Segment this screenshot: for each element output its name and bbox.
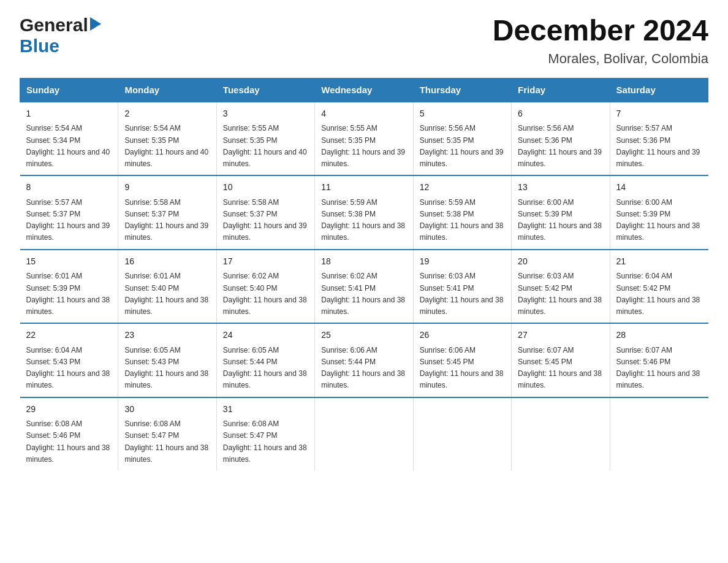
sunrise-label: Sunrise: 5:56 AM bbox=[420, 124, 476, 132]
table-row: 8 Sunrise: 5:57 AM Sunset: 5:37 PM Dayli… bbox=[20, 175, 118, 249]
sunset-label: Sunset: 5:38 PM bbox=[420, 210, 474, 218]
day-number: 31 bbox=[223, 403, 308, 416]
day-number: 5 bbox=[420, 107, 505, 121]
daylight-label: Daylight: 11 hours and 38 minutes. bbox=[26, 369, 110, 389]
day-info: Sunrise: 5:59 AM Sunset: 5:38 PM Dayligh… bbox=[321, 197, 406, 244]
day-info: Sunrise: 6:06 AM Sunset: 5:45 PM Dayligh… bbox=[420, 345, 505, 392]
table-row: 14 Sunrise: 6:00 AM Sunset: 5:39 PM Dayl… bbox=[610, 175, 708, 249]
table-row: 27 Sunrise: 6:07 AM Sunset: 5:45 PM Dayl… bbox=[512, 323, 610, 397]
sunrise-label: Sunrise: 6:01 AM bbox=[124, 272, 180, 280]
day-number: 12 bbox=[420, 181, 505, 194]
day-info: Sunrise: 5:57 AM Sunset: 5:36 PM Dayligh… bbox=[616, 123, 702, 170]
daylight-label: Daylight: 11 hours and 38 minutes. bbox=[518, 296, 602, 316]
table-row: 31 Sunrise: 6:08 AM Sunset: 5:47 PM Dayl… bbox=[216, 397, 314, 470]
daylight-label: Daylight: 11 hours and 39 minutes. bbox=[321, 148, 405, 168]
day-info: Sunrise: 6:07 AM Sunset: 5:46 PM Dayligh… bbox=[616, 345, 702, 392]
sunset-label: Sunset: 5:44 PM bbox=[223, 358, 278, 366]
daylight-label: Daylight: 11 hours and 39 minutes. bbox=[518, 148, 602, 168]
sunrise-label: Sunrise: 5:58 AM bbox=[124, 198, 180, 207]
day-info: Sunrise: 5:57 AM Sunset: 5:37 PM Dayligh… bbox=[26, 197, 112, 244]
calendar-header-row: Sunday Monday Tuesday Wednesday Thursday… bbox=[20, 78, 708, 102]
sunset-label: Sunset: 5:35 PM bbox=[223, 136, 278, 145]
sunset-label: Sunset: 5:45 PM bbox=[518, 358, 572, 366]
day-number: 18 bbox=[321, 255, 406, 269]
location-subtitle: Morales, Bolivar, Colombia bbox=[493, 51, 708, 67]
day-info: Sunrise: 6:06 AM Sunset: 5:44 PM Dayligh… bbox=[321, 345, 406, 392]
sunset-label: Sunset: 5:35 PM bbox=[124, 136, 179, 145]
day-number: 10 bbox=[223, 181, 308, 194]
sunset-label: Sunset: 5:46 PM bbox=[616, 358, 671, 366]
calendar-week-row: 8 Sunrise: 5:57 AM Sunset: 5:37 PM Dayli… bbox=[20, 175, 708, 249]
table-row: 25 Sunrise: 6:06 AM Sunset: 5:44 PM Dayl… bbox=[315, 323, 413, 397]
sunset-label: Sunset: 5:39 PM bbox=[616, 210, 671, 218]
day-info: Sunrise: 5:55 AM Sunset: 5:35 PM Dayligh… bbox=[321, 123, 406, 170]
sunrise-label: Sunrise: 6:04 AM bbox=[616, 272, 672, 280]
table-row: 15 Sunrise: 6:01 AM Sunset: 5:39 PM Dayl… bbox=[20, 250, 118, 323]
day-number: 25 bbox=[321, 329, 406, 342]
sunset-label: Sunset: 5:39 PM bbox=[518, 210, 572, 218]
day-number: 13 bbox=[518, 181, 603, 194]
table-row: 26 Sunrise: 6:06 AM Sunset: 5:45 PM Dayl… bbox=[413, 323, 511, 397]
day-info: Sunrise: 6:08 AM Sunset: 5:47 PM Dayligh… bbox=[124, 418, 210, 465]
sunset-label: Sunset: 5:43 PM bbox=[26, 358, 81, 366]
day-number: 8 bbox=[26, 181, 112, 194]
day-number: 21 bbox=[616, 255, 702, 269]
sunrise-label: Sunrise: 6:08 AM bbox=[26, 419, 82, 428]
day-number: 4 bbox=[321, 107, 406, 121]
header-tuesday: Tuesday bbox=[216, 78, 314, 102]
day-info: Sunrise: 5:58 AM Sunset: 5:37 PM Dayligh… bbox=[124, 197, 210, 244]
sunrise-label: Sunrise: 6:00 AM bbox=[616, 198, 672, 207]
sunrise-label: Sunrise: 6:02 AM bbox=[223, 272, 279, 280]
day-info: Sunrise: 6:07 AM Sunset: 5:45 PM Dayligh… bbox=[518, 345, 603, 392]
day-number: 1 bbox=[26, 107, 112, 121]
day-number: 23 bbox=[124, 329, 210, 342]
sunset-label: Sunset: 5:36 PM bbox=[518, 136, 572, 145]
daylight-label: Daylight: 11 hours and 39 minutes. bbox=[420, 148, 504, 168]
sunrise-label: Sunrise: 6:01 AM bbox=[26, 272, 82, 280]
sunrise-label: Sunrise: 5:54 AM bbox=[124, 124, 180, 132]
sunset-label: Sunset: 5:36 PM bbox=[616, 136, 671, 145]
table-row bbox=[512, 397, 610, 470]
day-number: 16 bbox=[124, 255, 210, 269]
table-row: 12 Sunrise: 5:59 AM Sunset: 5:38 PM Dayl… bbox=[413, 175, 511, 249]
table-row: 2 Sunrise: 5:54 AM Sunset: 5:35 PM Dayli… bbox=[118, 102, 216, 175]
header-monday: Monday bbox=[118, 78, 216, 102]
table-row bbox=[413, 397, 511, 470]
sunset-label: Sunset: 5:41 PM bbox=[420, 284, 474, 293]
daylight-label: Daylight: 11 hours and 38 minutes. bbox=[124, 443, 208, 464]
daylight-label: Daylight: 11 hours and 38 minutes. bbox=[26, 296, 110, 316]
sunrise-label: Sunrise: 6:07 AM bbox=[616, 346, 672, 354]
day-info: Sunrise: 6:08 AM Sunset: 5:47 PM Dayligh… bbox=[223, 418, 308, 465]
calendar-week-row: 22 Sunrise: 6:04 AM Sunset: 5:43 PM Dayl… bbox=[20, 323, 708, 397]
day-info: Sunrise: 6:08 AM Sunset: 5:46 PM Dayligh… bbox=[26, 418, 112, 465]
header-saturday: Saturday bbox=[610, 78, 708, 102]
daylight-label: Daylight: 11 hours and 38 minutes. bbox=[420, 369, 504, 389]
calendar-week-row: 1 Sunrise: 5:54 AM Sunset: 5:34 PM Dayli… bbox=[20, 102, 708, 175]
day-number: 2 bbox=[124, 107, 210, 121]
sunrise-label: Sunrise: 5:55 AM bbox=[321, 124, 377, 132]
table-row: 30 Sunrise: 6:08 AM Sunset: 5:47 PM Dayl… bbox=[118, 397, 216, 470]
day-number: 6 bbox=[518, 107, 603, 121]
day-info: Sunrise: 6:01 AM Sunset: 5:39 PM Dayligh… bbox=[26, 270, 112, 318]
header-thursday: Thursday bbox=[413, 78, 511, 102]
logo-general-text: General bbox=[20, 15, 88, 36]
sunrise-label: Sunrise: 5:57 AM bbox=[616, 124, 672, 132]
sunrise-label: Sunrise: 5:59 AM bbox=[321, 198, 377, 207]
table-row: 20 Sunrise: 6:03 AM Sunset: 5:42 PM Dayl… bbox=[512, 250, 610, 323]
day-info: Sunrise: 5:54 AM Sunset: 5:35 PM Dayligh… bbox=[124, 123, 210, 170]
day-info: Sunrise: 6:03 AM Sunset: 5:41 PM Dayligh… bbox=[420, 270, 505, 318]
sunrise-label: Sunrise: 5:57 AM bbox=[26, 198, 82, 207]
sunset-label: Sunset: 5:43 PM bbox=[124, 358, 179, 366]
daylight-label: Daylight: 11 hours and 38 minutes. bbox=[223, 296, 307, 316]
sunrise-label: Sunrise: 6:06 AM bbox=[420, 346, 476, 354]
daylight-label: Daylight: 11 hours and 38 minutes. bbox=[321, 369, 405, 389]
day-number: 26 bbox=[420, 329, 505, 342]
table-row: 10 Sunrise: 5:58 AM Sunset: 5:37 PM Dayl… bbox=[216, 175, 314, 249]
svg-marker-0 bbox=[90, 17, 101, 31]
day-info: Sunrise: 6:02 AM Sunset: 5:41 PM Dayligh… bbox=[321, 270, 406, 318]
calendar-table: Sunday Monday Tuesday Wednesday Thursday… bbox=[20, 78, 708, 470]
month-year-title: December 2024 bbox=[493, 15, 708, 47]
table-row bbox=[610, 397, 708, 470]
header-sunday: Sunday bbox=[20, 78, 118, 102]
sunrise-label: Sunrise: 6:05 AM bbox=[223, 346, 279, 354]
